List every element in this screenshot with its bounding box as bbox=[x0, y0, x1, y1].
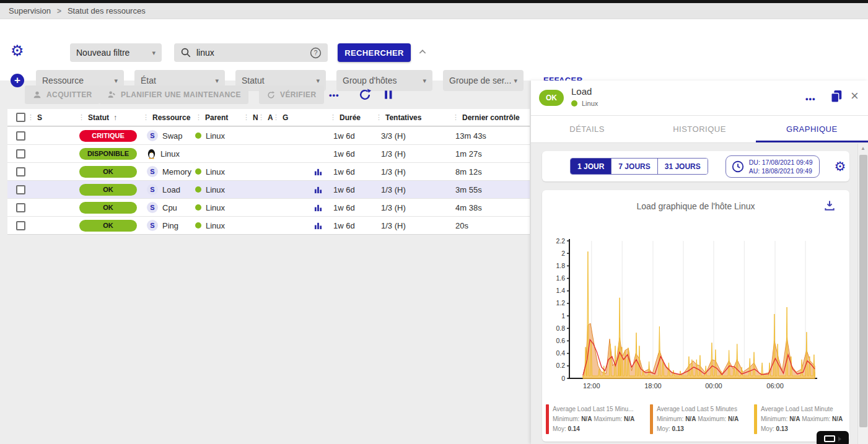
graph-icon-wrap[interactable] bbox=[314, 186, 322, 194]
time-button-7-jours[interactable]: 7 JOURS bbox=[611, 159, 657, 174]
column-header-dernier-contr-le[interactable]: ⋮Dernier contrôle bbox=[452, 113, 530, 122]
panel-more-icon[interactable]: ••• bbox=[805, 94, 816, 103]
table-row[interactable]: OKSCpuLinux1w 6d1/3 (H)4m 38s bbox=[7, 198, 530, 216]
column-header-dur-e[interactable]: ⋮Durée bbox=[330, 113, 375, 122]
pause-icon[interactable] bbox=[382, 89, 395, 101]
panel-status-badge: OK bbox=[539, 90, 564, 106]
resource-cell[interactable]: SPing bbox=[142, 220, 195, 231]
download-icon[interactable] bbox=[823, 199, 836, 212]
settings-gear-icon[interactable]: ⚙ bbox=[11, 44, 24, 58]
column-header-n[interactable]: ⋮N bbox=[243, 113, 258, 122]
breadcrumb-item[interactable]: Supervision bbox=[9, 6, 51, 15]
help-icon[interactable]: ? bbox=[310, 47, 322, 59]
graph-icon-wrap[interactable] bbox=[314, 168, 322, 176]
parent-cell[interactable]: Linux bbox=[195, 203, 243, 212]
legend-item[interactable]: Average Load Last 15 Minu...Minimum: N/A… bbox=[546, 404, 647, 434]
graph-icon-wrap[interactable] bbox=[314, 204, 322, 212]
table-row[interactable]: OKSLoadLinux1w 6d1/3 (H)3m 55s bbox=[7, 180, 530, 198]
column-header-parent[interactable]: ⋮Parent bbox=[195, 113, 243, 122]
scrollbar-thumb[interactable] bbox=[859, 155, 867, 427]
graph-icon-wrap[interactable] bbox=[314, 222, 322, 230]
search-button[interactable]: RECHERCHER bbox=[338, 43, 411, 62]
row-checkbox[interactable] bbox=[16, 167, 25, 176]
acknowledge-button[interactable]: ACQUITTER bbox=[25, 85, 100, 104]
resource-name[interactable]: Cpu bbox=[162, 203, 177, 212]
parent-name[interactable]: Linux bbox=[206, 203, 225, 212]
resource-name[interactable]: Load bbox=[162, 185, 180, 194]
parent-cell[interactable]: Linux bbox=[195, 131, 243, 141]
resource-cell[interactable]: SLoad bbox=[142, 184, 195, 195]
parent-cell[interactable]: Linux bbox=[195, 167, 243, 176]
column-header-a[interactable]: ⋮A bbox=[258, 113, 273, 122]
table-row[interactable]: OKSMemoryLinux1w 6d1/3 (H)8m 12s bbox=[7, 162, 530, 180]
table-row[interactable]: DISPONIBLELinux1w 6d1/3 (H)1m 27s bbox=[7, 144, 530, 162]
parent-name[interactable]: Linux bbox=[206, 185, 225, 194]
host-status-dot bbox=[571, 100, 577, 107]
graph-available-icon[interactable] bbox=[314, 186, 322, 194]
panel-scrollbar[interactable]: ▲ bbox=[857, 144, 868, 444]
graph-settings-gear-icon[interactable]: ⚙ bbox=[835, 160, 846, 173]
resource-name[interactable]: Memory bbox=[162, 167, 191, 176]
graph-available-icon[interactable] bbox=[314, 222, 322, 230]
table-row[interactable]: CRITIQUESSwapLinux1w 6d3/3 (H)13m 43s bbox=[7, 126, 530, 144]
copy-link-icon[interactable] bbox=[830, 89, 843, 104]
legend-item[interactable]: Average Load Last MinuteMinimum: N/A Max… bbox=[754, 404, 855, 434]
status-badge[interactable]: OK bbox=[79, 166, 137, 178]
load-chart[interactable]: 00.20.40.60.811.21.41.61.822.212:0018:00… bbox=[550, 235, 841, 397]
duration-cell: 1w 6d bbox=[330, 131, 375, 141]
maintenance-icon bbox=[107, 90, 116, 100]
status-badge[interactable]: OK bbox=[79, 184, 137, 196]
screen-capture-overlay-icon[interactable] bbox=[817, 431, 849, 444]
close-icon[interactable]: × bbox=[851, 88, 859, 104]
status-badge[interactable]: OK bbox=[79, 220, 137, 232]
column-header-g[interactable]: ⋮G bbox=[273, 113, 330, 122]
search-input[interactable] bbox=[196, 48, 310, 58]
resource-cell[interactable]: Linux bbox=[142, 149, 195, 159]
time-button-1-jour[interactable]: 1 JOUR bbox=[571, 159, 611, 174]
custom-date-range[interactable]: DU: 17/08/2021 09:49 AU: 18/08/2021 09:4… bbox=[726, 155, 820, 178]
resource-name[interactable]: Ping bbox=[162, 221, 178, 230]
check-button[interactable]: VÉRIFIER bbox=[259, 85, 324, 104]
resource-cell[interactable]: SCpu bbox=[142, 202, 195, 213]
row-checkbox[interactable] bbox=[16, 185, 25, 194]
select-all-checkbox[interactable] bbox=[16, 113, 25, 122]
tab-dtails[interactable]: DÉTAILS bbox=[531, 116, 643, 142]
table-row[interactable]: OKSPingLinux1w 6d1/3 (H)20s bbox=[7, 216, 530, 234]
row-checkbox[interactable] bbox=[16, 203, 25, 212]
scroll-up-arrow-icon[interactable]: ▲ bbox=[858, 144, 868, 154]
tab-historique[interactable]: HISTORIQUE bbox=[643, 116, 755, 142]
status-badge[interactable]: CRITIQUE bbox=[79, 130, 137, 142]
more-actions-icon[interactable]: ••• bbox=[329, 90, 340, 100]
column-header-tentatives[interactable]: ⋮Tentatives bbox=[375, 113, 452, 122]
svg-text:12:00: 12:00 bbox=[583, 382, 600, 390]
tab-graphique[interactable]: GRAPHIQUE bbox=[756, 116, 868, 142]
resource-name[interactable]: Linux bbox=[160, 149, 180, 159]
parent-name[interactable]: Linux bbox=[206, 131, 225, 141]
graph-available-icon[interactable] bbox=[314, 168, 322, 176]
saved-filter-select[interactable]: Nouveau filtre ▾ bbox=[70, 43, 162, 62]
parent-name[interactable]: Linux bbox=[206, 221, 225, 230]
row-checkbox[interactable] bbox=[16, 131, 25, 141]
resource-cell[interactable]: SSwap bbox=[142, 130, 195, 141]
resource-cell[interactable]: SMemory bbox=[142, 166, 195, 177]
column-header-statut[interactable]: ⋮Statut↑ bbox=[78, 113, 142, 122]
parent-name[interactable]: Linux bbox=[206, 167, 225, 176]
breadcrumb-item[interactable]: Statut des ressources bbox=[68, 6, 146, 15]
parent-cell[interactable]: Linux bbox=[195, 221, 243, 230]
column-header-s[interactable]: ⋮S bbox=[27, 113, 78, 122]
row-checkbox[interactable] bbox=[16, 221, 25, 230]
status-badge[interactable]: DISPONIBLE bbox=[79, 148, 137, 160]
collapse-chevron-up-icon[interactable] bbox=[418, 47, 427, 57]
search-box[interactable]: ? bbox=[174, 43, 328, 62]
resource-name[interactable]: Swap bbox=[162, 131, 183, 141]
graph-available-icon[interactable] bbox=[314, 204, 322, 212]
schedule-maintenance-button[interactable]: PLANIFIER UNE MAINTENANCE bbox=[99, 85, 248, 104]
status-badge[interactable]: OK bbox=[79, 202, 137, 214]
legend-item[interactable]: Average Load Last 5 MinutesMinimum: N/A … bbox=[650, 404, 751, 434]
parent-cell[interactable]: Linux bbox=[195, 185, 243, 194]
row-checkbox[interactable] bbox=[16, 149, 25, 159]
refresh-icon[interactable] bbox=[358, 88, 372, 102]
column-header-ressource[interactable]: ⋮Ressource bbox=[142, 113, 195, 122]
time-button-31-jours[interactable]: 31 JOURS bbox=[657, 159, 708, 174]
row-checkbox-cell bbox=[7, 203, 27, 212]
